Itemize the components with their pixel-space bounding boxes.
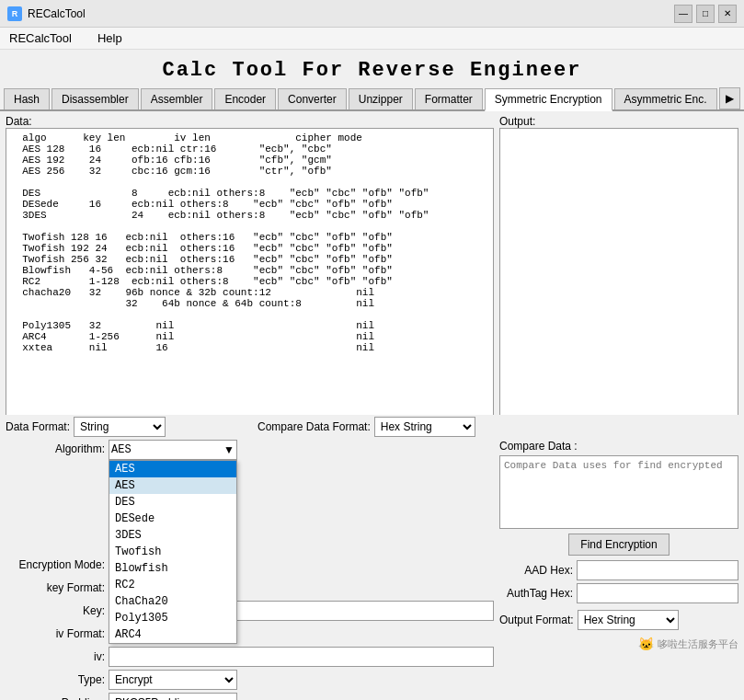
tab-symmetric[interactable]: Symmetric Encryption	[485, 88, 612, 111]
algo-option-3des[interactable]: 3DES	[109, 527, 236, 544]
iv-row: iv:	[6, 647, 494, 667]
key-label: Key:	[6, 604, 105, 617]
encryption-mode-row: Encryption Mode: ECBCBCCFBOFBCTRGCM	[6, 555, 494, 575]
data-display[interactable]: algo key len iv len cipher mode AES 128 …	[6, 128, 494, 422]
key-format-row: key Format: Hex StringStringBase64	[6, 578, 494, 598]
main-content: Data: algo key len iv len cipher mode AE…	[0, 111, 744, 415]
find-encryption-button[interactable]: Find Encryption	[568, 534, 669, 556]
compare-data-label-row: Compare Data :	[499, 440, 738, 453]
tab-hash[interactable]: Hash	[4, 88, 50, 109]
find-btn-row: Find Encryption	[499, 534, 738, 556]
compare-data-label: Compare Data :	[499, 440, 578, 453]
algo-option-rc2[interactable]: RC2	[109, 577, 236, 593]
padding-row: Padding: PKCS5PaddingNoPaddingZeroPaddin…	[6, 693, 494, 700]
right-form: Compare Data : Find Encryption AAD Hex: …	[499, 440, 738, 700]
aad-row: AAD Hex:	[499, 560, 738, 580]
algo-option-twofish[interactable]: Twofish	[109, 544, 236, 560]
tab-assembler[interactable]: Assembler	[141, 88, 213, 109]
app-title: Calc Tool For Reverse Engineer	[0, 50, 744, 87]
tab-unzipper[interactable]: Unzipper	[349, 88, 413, 109]
output-format-select[interactable]: Hex StringStringBase64	[578, 610, 679, 630]
algorithm-dropdown-arrow: ▼	[223, 443, 235, 456]
algorithm-row: Algorithm: AES ▼ AES AES DES DESede 3DES…	[6, 440, 494, 460]
title-bar-controls: — □ ✕	[674, 5, 737, 23]
tab-disassembler[interactable]: Disassembler	[52, 88, 139, 109]
algorithm-select[interactable]: AES ▼	[109, 440, 237, 460]
authtag-input[interactable]	[577, 583, 738, 603]
compare-format-label: Compare Data Format:	[258, 420, 371, 433]
key-format-label: key Format:	[6, 581, 105, 594]
padding-label: Padding:	[6, 696, 105, 700]
bottom-grid: Algorithm: AES ▼ AES AES DES DESede 3DES…	[6, 440, 738, 700]
padding-select[interactable]: PKCS5PaddingNoPaddingZeroPadding	[109, 693, 237, 700]
right-panel: Output:	[499, 115, 738, 411]
iv-label: iv:	[6, 650, 105, 663]
algo-option-aes2[interactable]: AES	[109, 477, 236, 494]
type-label: Type:	[6, 673, 105, 686]
compare-format-select[interactable]: Hex String String Base64	[374, 417, 475, 437]
iv-format-row: iv Format: Hex StringStringBase64	[6, 624, 494, 644]
output-format-label: Output Format:	[499, 614, 574, 626]
tab-asymmetric[interactable]: Asymmetric Enc.	[614, 88, 717, 109]
tabs-bar: Hash Disassembler Assembler Encoder Conv…	[0, 87, 744, 111]
left-panel: Data: algo key len iv len cipher mode AE…	[6, 115, 494, 411]
type-select[interactable]: EncryptDecrypt	[109, 670, 237, 690]
title-bar: R RECalcTool — □ ✕	[0, 0, 744, 28]
algorithm-label: Algorithm:	[6, 440, 105, 455]
data-format-select[interactable]: String Hex String Base64	[74, 417, 166, 437]
title-bar-left: R RECalcTool	[7, 6, 86, 21]
algo-option-des[interactable]: DES	[109, 494, 236, 511]
algorithm-options[interactable]: AES AES DES DESede 3DES Twofish Blowfish…	[109, 460, 237, 644]
menu-bar: RECalcTool Help	[0, 28, 744, 50]
encryption-mode-label: Encryption Mode:	[6, 558, 105, 571]
algo-option-blowfish[interactable]: Blowfish	[109, 560, 236, 577]
menu-help[interactable]: Help	[92, 29, 128, 47]
algo-option-aes[interactable]: AES	[109, 461, 236, 477]
compare-data-input[interactable]	[499, 455, 738, 529]
watermark-text: 哆啦生活服务平台	[658, 637, 738, 651]
data-label: Data:	[6, 115, 494, 128]
left-form: Algorithm: AES ▼ AES AES DES DESede 3DES…	[6, 440, 494, 700]
aad-input[interactable]	[577, 560, 738, 580]
iv-input[interactable]	[109, 647, 494, 667]
tab-formatter[interactable]: Formatter	[415, 88, 483, 109]
type-row: Type: EncryptDecrypt	[6, 670, 494, 690]
authtag-label: AuthTag Hex:	[499, 587, 573, 600]
title-bar-title: RECalcTool	[28, 7, 86, 20]
algo-option-arc4[interactable]: ARC4	[109, 626, 236, 643]
menu-recalctool[interactable]: RECalcTool	[4, 29, 77, 47]
output-display[interactable]	[499, 128, 738, 422]
tab-encoder[interactable]: Encoder	[214, 88, 276, 109]
algorithm-value: AES	[111, 443, 223, 456]
algorithm-dropdown-container: AES ▼ AES AES DES DESede 3DES Twofish Bl…	[109, 440, 237, 460]
tab-converter[interactable]: Converter	[278, 88, 347, 109]
output-label: Output:	[499, 115, 738, 128]
close-button[interactable]: ✕	[718, 5, 737, 23]
bottom-section: Data Format: String Hex String Base64 Co…	[0, 415, 744, 700]
iv-format-label: iv Format:	[6, 627, 105, 640]
minimize-button[interactable]: —	[674, 5, 692, 23]
compare-format-row: Compare Data Format: Hex String String B…	[258, 417, 475, 437]
tab-scroll-arrow[interactable]: ▶	[719, 87, 740, 109]
output-format-row: Output Format: Hex StringStringBase64	[499, 610, 738, 630]
watermark-row: 🐱 哆啦生活服务平台	[499, 637, 738, 651]
aad-label: AAD Hex:	[499, 564, 573, 577]
authtag-row: AuthTag Hex:	[499, 583, 738, 603]
algo-option-desede[interactable]: DESede	[109, 511, 236, 527]
algo-option-poly1305[interactable]: Poly1305	[109, 610, 236, 626]
algo-option-chacha20[interactable]: ChaCha20	[109, 593, 236, 610]
app-icon: R	[7, 6, 22, 21]
data-format-row: Data Format: String Hex String Base64	[6, 417, 166, 437]
maximize-button[interactable]: □	[696, 5, 715, 23]
key-row: Key:	[6, 601, 494, 621]
data-format-label: Data Format:	[6, 420, 70, 433]
